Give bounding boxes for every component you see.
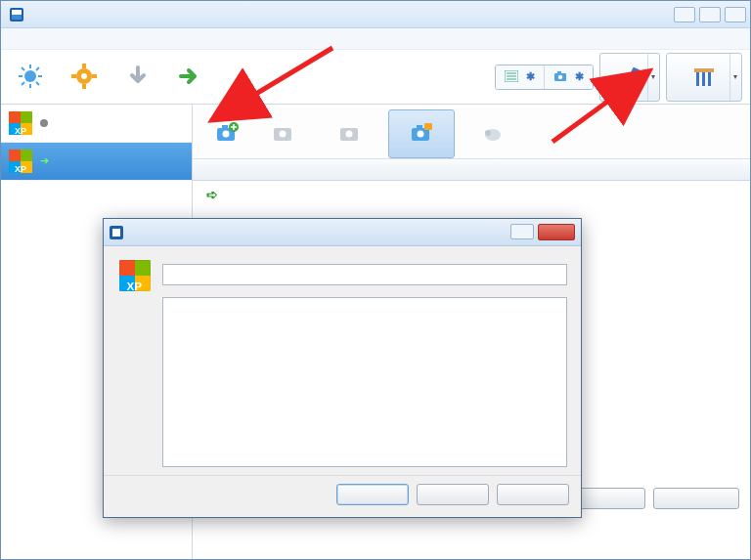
svg-rect-17 — [92, 74, 97, 78]
dialog-close-button[interactable] — [538, 224, 575, 240]
camera-plus-icon — [215, 122, 239, 144]
svg-rect-44 — [222, 125, 228, 129]
snapshot-desc-textarea[interactable] — [162, 297, 567, 467]
svg-text:XP: XP — [15, 164, 26, 174]
camera-restore-icon — [338, 122, 362, 144]
machines-dropdown-icon[interactable]: ▾ — [647, 54, 657, 101]
svg-rect-14 — [82, 64, 86, 68]
vm-item-1[interactable]: XP ➔ — [1, 143, 192, 181]
snapshot-restore-button — [312, 109, 388, 158]
right-arrow-icon — [176, 64, 201, 89]
svg-rect-2 — [12, 15, 22, 20]
hammer-icon — [618, 65, 641, 89]
current-state-row[interactable]: ➪ — [199, 185, 744, 204]
svg-rect-60 — [135, 260, 151, 276]
snapshot-name-input[interactable] — [162, 264, 567, 285]
svg-rect-37 — [9, 150, 21, 161]
menubar — [1, 28, 750, 50]
svg-point-13 — [81, 73, 87, 79]
svg-text:XP: XP — [127, 280, 143, 292]
vm-text — [40, 119, 52, 127]
show-button[interactable] — [163, 52, 214, 103]
dialog-ok-button[interactable] — [336, 484, 409, 505]
vm-state — [40, 119, 52, 127]
configure-button[interactable] — [56, 52, 112, 103]
svg-rect-52 — [417, 125, 422, 129]
svg-point-47 — [280, 131, 287, 138]
svg-rect-32 — [21, 111, 32, 123]
view-toggle: ✱ ✱ — [495, 65, 594, 90]
down-arrow-icon — [125, 64, 151, 89]
snapshot-make-button[interactable] — [199, 109, 255, 158]
snapshot-properties-button[interactable] — [388, 109, 455, 158]
dialog-help-button2[interactable] — [497, 484, 569, 505]
gear-icon — [71, 64, 97, 89]
main-toolbar: ✱ ✱ ▾ ▾ — [1, 50, 750, 105]
minimize-button[interactable] — [674, 7, 695, 22]
virtualbox-icon — [9, 7, 24, 22]
dialog-title-buttons — [510, 224, 575, 240]
svg-rect-24 — [557, 71, 561, 74]
svg-point-43 — [223, 131, 230, 138]
tools-dropdown-icon[interactable]: ▾ — [729, 54, 739, 101]
vm-os-icon: XP — [117, 282, 153, 296]
camera-x-icon — [272, 122, 295, 144]
dialog-cancel-button[interactable] — [417, 484, 489, 505]
details-icon — [505, 70, 518, 84]
svg-rect-59 — [119, 260, 135, 276]
dialog-form — [162, 258, 567, 467]
close-button[interactable] — [725, 7, 746, 22]
dialog-help-button[interactable] — [510, 224, 534, 239]
dialog-titlebar — [104, 219, 581, 246]
svg-point-51 — [418, 131, 424, 138]
vm-state: ➔ — [40, 154, 53, 167]
svg-rect-53 — [424, 123, 432, 130]
reset-button[interactable] — [112, 52, 163, 103]
svg-point-49 — [346, 131, 353, 138]
dialog-body: XP — [104, 246, 581, 475]
svg-rect-15 — [82, 84, 86, 89]
vm-os-icon: XP — [7, 109, 34, 137]
svg-line-8 — [22, 67, 24, 70]
svg-point-3 — [24, 70, 36, 82]
window-buttons — [674, 7, 746, 22]
details-pin-icon[interactable]: ✱ — [526, 70, 535, 83]
state-run-icon: ➔ — [40, 154, 49, 167]
svg-line-9 — [36, 82, 39, 85]
svg-rect-57 — [112, 229, 120, 237]
vm-item-0[interactable]: XP — [1, 105, 192, 143]
svg-rect-38 — [21, 150, 32, 161]
maximize-button[interactable] — [699, 7, 721, 22]
camera-props-icon — [410, 122, 433, 144]
column-headers — [193, 159, 750, 181]
snapshot-clone-button — [455, 109, 531, 158]
tools-icon — [692, 65, 716, 89]
details-pill[interactable]: ✱ — [496, 65, 545, 89]
svg-line-11 — [22, 82, 24, 85]
reset-snapshot-button[interactable] — [653, 488, 739, 509]
snapshot-delete-button — [255, 109, 312, 158]
machines-button[interactable]: ▾ — [599, 53, 660, 102]
current-state-icon: ➪ — [206, 187, 218, 202]
snapshots-pill[interactable]: ✱ — [545, 65, 593, 89]
virtualbox-icon — [110, 226, 123, 239]
svg-rect-16 — [71, 74, 76, 78]
snapshot-tree: ➪ — [193, 181, 750, 208]
snapshots-pin-icon[interactable]: ✱ — [575, 70, 584, 83]
tools-button[interactable]: ▾ — [666, 53, 742, 102]
dialog-buttons — [104, 475, 581, 517]
sun-icon — [18, 64, 43, 89]
svg-rect-31 — [9, 111, 21, 123]
vm-os-icon: XP — [7, 148, 34, 175]
take-snapshot-dialog: XP — [103, 218, 582, 518]
svg-point-55 — [485, 130, 491, 136]
svg-line-10 — [36, 67, 39, 70]
svg-point-23 — [558, 74, 562, 78]
camera-icon — [553, 70, 567, 84]
svg-rect-29 — [694, 68, 714, 72]
sheep-icon — [481, 122, 505, 144]
titlebar — [1, 1, 750, 28]
create-button[interactable] — [5, 52, 56, 103]
snapshot-toolbar — [193, 105, 750, 159]
state-off-icon — [40, 119, 48, 127]
